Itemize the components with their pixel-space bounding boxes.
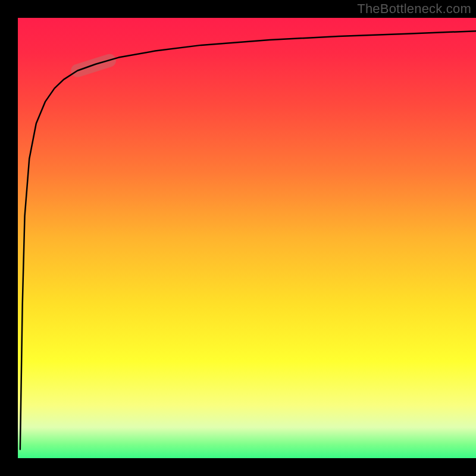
chart-svg bbox=[18, 18, 476, 458]
data-curve bbox=[20, 31, 476, 449]
watermark-text: TheBottleneck.com bbox=[357, 1, 471, 17]
chart-plot-area bbox=[18, 18, 476, 458]
